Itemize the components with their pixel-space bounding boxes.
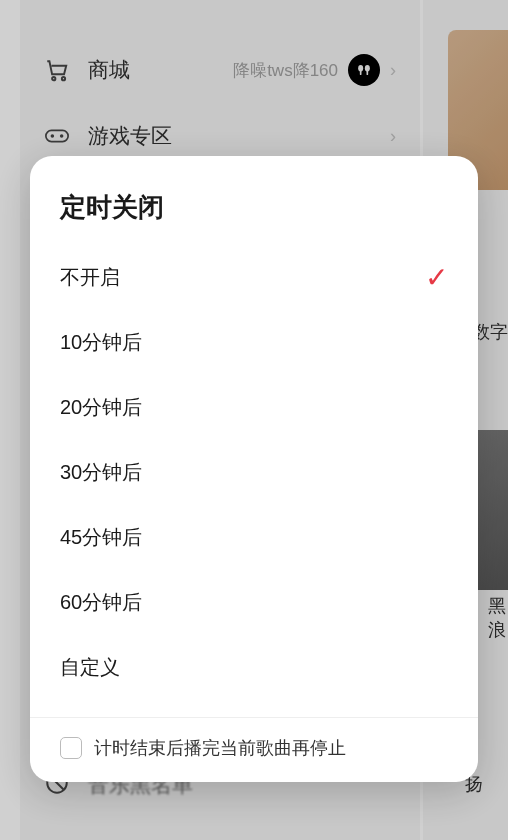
timer-option-10min[interactable]: 10分钟后 (60, 310, 448, 375)
option-label: 45分钟后 (60, 524, 142, 551)
timer-option-60min[interactable]: 60分钟后 (60, 570, 448, 635)
option-label: 20分钟后 (60, 394, 142, 421)
dialog-title: 定时关闭 (30, 156, 478, 245)
timer-option-30min[interactable]: 30分钟后 (60, 440, 448, 505)
timer-options-list: 不开启 ✓ 10分钟后 20分钟后 30分钟后 45分钟后 60分钟后 自定义 (30, 245, 478, 717)
timer-option-off[interactable]: 不开启 ✓ (60, 245, 448, 310)
timer-option-45min[interactable]: 45分钟后 (60, 505, 448, 570)
option-label: 不开启 (60, 264, 120, 291)
option-label: 10分钟后 (60, 329, 142, 356)
timer-option-20min[interactable]: 20分钟后 (60, 375, 448, 440)
sleep-timer-dialog: 定时关闭 不开启 ✓ 10分钟后 20分钟后 30分钟后 45分钟后 60分钟后… (30, 156, 478, 782)
timer-option-custom[interactable]: 自定义 (60, 635, 448, 700)
checkbox-label: 计时结束后播完当前歌曲再停止 (94, 736, 346, 760)
option-label: 60分钟后 (60, 589, 142, 616)
finish-song-checkbox[interactable] (60, 737, 82, 759)
option-label: 自定义 (60, 654, 120, 681)
check-icon: ✓ (425, 261, 448, 294)
dialog-footer[interactable]: 计时结束后播完当前歌曲再停止 (30, 717, 478, 782)
option-label: 30分钟后 (60, 459, 142, 486)
